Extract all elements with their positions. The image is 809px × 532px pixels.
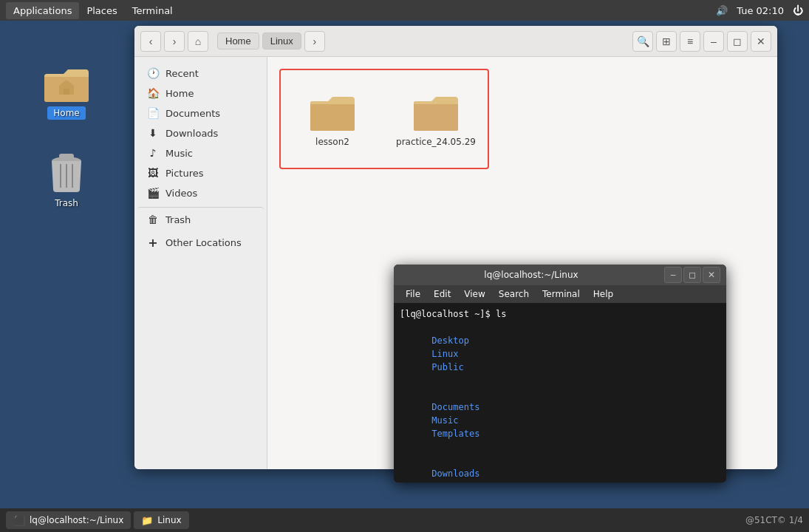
sidebar-label-downloads: Downloads: [165, 128, 218, 139]
downloads-icon: ⬇: [146, 127, 160, 139]
term-menu-edit[interactable]: Edit: [428, 287, 457, 301]
taskbar-terminal-icon: ⬛: [13, 515, 25, 526]
desktop-icon-home[interactable]: Home: [30, 50, 103, 126]
clock: Tue 02:10: [737, 5, 784, 16]
terminal-minimize-button[interactable]: –: [664, 267, 682, 283]
other-locations-icon: +: [146, 236, 160, 250]
terminal-line-2: Desktop Linux Public: [400, 321, 720, 387]
fm-toolbar: ‹ › ⌂ Home Linux › 🔍 ⊞ ≡ – ◻ ✕: [134, 26, 777, 57]
selection-box: lesson2 practice_24.05.29: [279, 69, 489, 169]
videos-icon: 🎬: [146, 187, 160, 199]
sidebar-item-downloads[interactable]: ⬇ Downloads: [137, 123, 264, 143]
fm-menu-button[interactable]: ≡: [680, 31, 700, 52]
term-menu-help[interactable]: Help: [587, 287, 619, 301]
terminal-close-button[interactable]: ✕: [703, 267, 720, 283]
terminal-menubar: File Edit View Search Terminal Help: [394, 285, 726, 303]
fm-history-button[interactable]: ⌂: [188, 31, 208, 52]
fm-forward-button[interactable]: ›: [164, 31, 185, 52]
menu-applications[interactable]: Applications: [6, 2, 79, 19]
sidebar-item-home[interactable]: 🏠 Home: [137, 83, 264, 103]
terminal-window: lq@localhost:~/Linux – ◻ ✕ File Edit Vie…: [394, 265, 726, 482]
terminal-content[interactable]: [lq@localhost ~]$ ls Desktop Linux Publi…: [394, 303, 726, 482]
recent-icon: 🕐: [146, 67, 160, 79]
sidebar-item-trash[interactable]: 🗑 Trash: [137, 207, 264, 229]
sidebar-label-other-locations: Other Locations: [165, 237, 242, 248]
sidebar-label-videos: Videos: [165, 188, 197, 199]
fm-minimize-button[interactable]: –: [703, 31, 724, 52]
taskbar: ⬛ lq@localhost:~/Linux 📁 Linux @51CT© 1/…: [0, 508, 809, 532]
fm-search-button[interactable]: 🔍: [632, 31, 653, 52]
trash-icon-label: Trash: [55, 198, 78, 208]
sidebar-label-trash: Trash: [165, 214, 191, 225]
menu-terminal[interactable]: Terminal: [125, 2, 180, 19]
menu-places[interactable]: Places: [79, 2, 124, 19]
term-menu-search[interactable]: Search: [493, 287, 535, 301]
music-icon: ♪: [146, 147, 160, 159]
term-menu-file[interactable]: File: [400, 287, 426, 301]
terminal-line-4: Downloads Pictures Videos: [400, 454, 720, 482]
folder-practice-label: practice_24.05.29: [396, 137, 476, 147]
sidebar-item-recent[interactable]: 🕐 Recent: [137, 64, 264, 83]
folder-lesson2-label: lesson2: [315, 137, 349, 147]
fm-maximize-button[interactable]: ◻: [727, 31, 748, 52]
documents-icon: 📄: [146, 107, 160, 119]
taskbar-linux-label: Linux: [157, 515, 181, 525]
term-menu-view[interactable]: View: [458, 287, 491, 301]
svg-rect-2: [64, 89, 69, 95]
terminal-title: lq@localhost:~/Linux: [400, 270, 663, 280]
pictures-icon: 🖼: [146, 167, 160, 179]
terminal-line-3: Documents Music Templates: [400, 387, 720, 454]
sidebar-label-home: Home: [165, 88, 194, 99]
sidebar-item-documents[interactable]: 📄 Documents: [137, 103, 264, 123]
fm-close-button[interactable]: ✕: [751, 31, 771, 52]
fm-window-controls: – ◻ ✕: [703, 31, 771, 52]
sidebar-label-documents: Documents: [165, 108, 220, 119]
clock-area: 🔊 Tue 02:10 ⏻: [716, 4, 803, 16]
folder-practice[interactable]: practice_24.05.29: [399, 85, 473, 153]
trash-sidebar-icon: 🗑: [146, 214, 160, 225]
sidebar-item-music[interactable]: ♪ Music: [137, 143, 264, 163]
top-menubar: Applications Places Terminal 🔊 Tue 02:10…: [0, 0, 809, 21]
sidebar-item-videos[interactable]: 🎬 Videos: [137, 183, 264, 202]
taskbar-item-linux[interactable]: 📁 Linux: [134, 511, 188, 529]
terminal-maximize-button[interactable]: ◻: [683, 267, 701, 283]
fm-next-location-button[interactable]: ›: [304, 31, 325, 52]
fm-linux-breadcrumb[interactable]: Linux: [262, 33, 301, 50]
sidebar-label-recent: Recent: [165, 68, 199, 79]
fm-view-button[interactable]: ⊞: [656, 31, 677, 52]
svg-rect-7: [59, 154, 74, 161]
home-icon-label: Home: [47, 108, 85, 118]
fm-back-button[interactable]: ‹: [140, 31, 161, 52]
term-menu-terminal[interactable]: Terminal: [536, 287, 586, 301]
taskbar-folder-icon: 📁: [141, 515, 153, 526]
volume-icon[interactable]: 🔊: [716, 5, 728, 16]
desktop-icon-trash[interactable]: Trash: [30, 140, 103, 216]
terminal-titlebar: lq@localhost:~/Linux – ◻ ✕: [394, 265, 726, 285]
svg-rect-11: [414, 104, 458, 131]
fm-location-bar: Home Linux ›: [217, 31, 624, 52]
desktop: Home Trash: [0, 21, 133, 508]
taskbar-item-terminal[interactable]: ⬛ lq@localhost:~/Linux: [6, 511, 131, 529]
sidebar-label-music: Music: [165, 148, 193, 159]
folder-lesson2[interactable]: lesson2: [296, 85, 369, 153]
sidebar-label-pictures: Pictures: [165, 168, 203, 179]
fm-sidebar: 🕐 Recent 🏠 Home 📄 Documents ⬇ Downloads …: [134, 57, 267, 469]
home-sidebar-icon: 🏠: [146, 87, 160, 99]
sidebar-item-other-locations[interactable]: + Other Locations: [137, 232, 264, 253]
sidebar-item-pictures[interactable]: 🖼 Pictures: [137, 163, 264, 183]
power-icon[interactable]: ⏻: [793, 4, 803, 16]
taskbar-terminal-label: lq@localhost:~/Linux: [30, 515, 123, 525]
taskbar-right: @51CT© 1/4: [745, 515, 803, 525]
svg-rect-9: [310, 104, 355, 131]
terminal-line-1: [lq@localhost ~]$ ls: [400, 307, 720, 321]
fm-home-breadcrumb[interactable]: Home: [217, 33, 259, 50]
